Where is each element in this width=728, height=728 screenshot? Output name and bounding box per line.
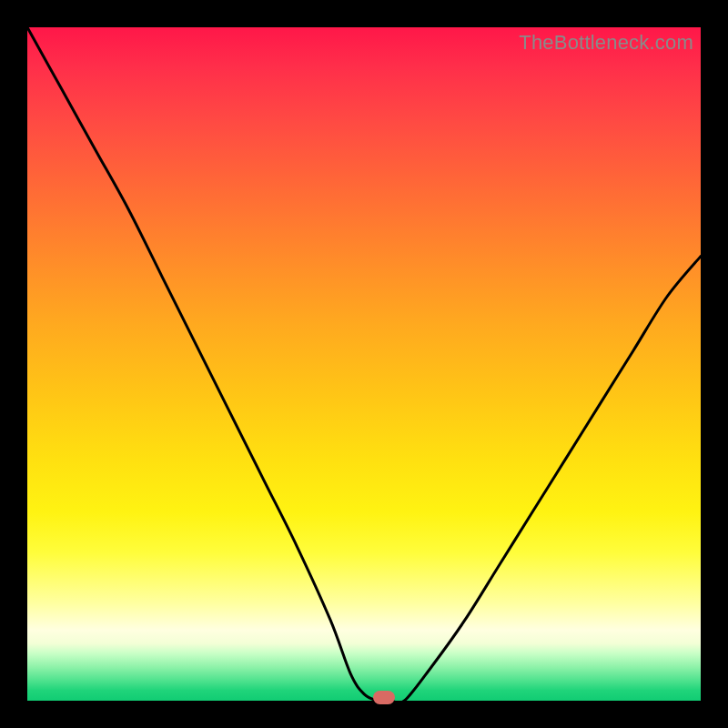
chart-frame: TheBottleneck.com	[0, 0, 728, 728]
bottleneck-curve	[27, 27, 701, 701]
plot-area: TheBottleneck.com	[27, 27, 701, 701]
optimal-marker	[373, 691, 395, 704]
curve-path	[27, 27, 701, 703]
